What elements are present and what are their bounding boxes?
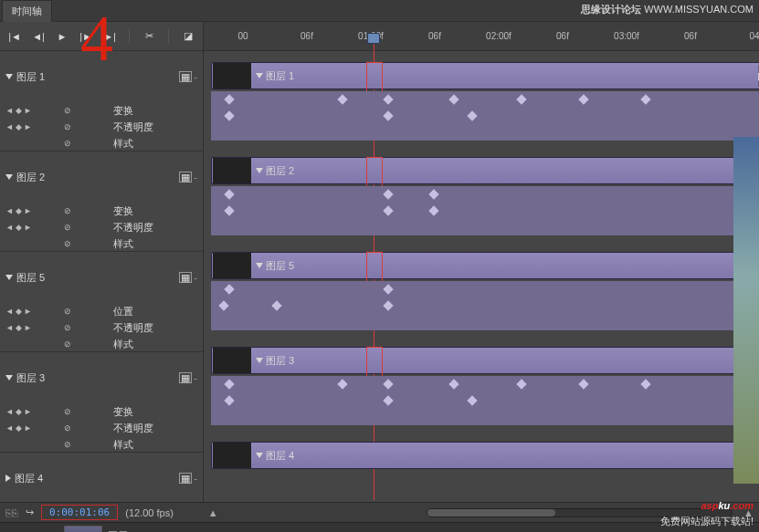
keyframe-diamond-icon[interactable]: ◆ [16, 407, 22, 416]
stopwatch-icon[interactable]: ⊘ [64, 307, 71, 316]
filmstrip-icon[interactable]: ▦ [179, 272, 192, 283]
loop-icon[interactable]: ⎘⎘ [5, 507, 18, 518]
clip[interactable]: 图层 5▷ [211, 252, 759, 279]
keyframe-diamond[interactable] [224, 284, 234, 294]
disclosure-icon[interactable] [5, 74, 13, 79]
keyframe-row[interactable] [211, 392, 759, 409]
goto-end-icon[interactable]: ►| [100, 29, 119, 44]
stopwatch-icon[interactable]: ⊘ [64, 206, 71, 215]
next-key-icon[interactable]: ► [24, 407, 32, 416]
menu-dash-icon[interactable]: - [194, 272, 197, 283]
keyframe-diamond-icon[interactable]: ◆ [16, 106, 22, 115]
prev-key-icon[interactable]: ◄ [5, 206, 14, 215]
playhead[interactable] [374, 33, 386, 44]
keyframe-row[interactable] [211, 376, 759, 392]
keyframe-diamond[interactable] [383, 110, 393, 120]
property-row[interactable]: ◄ ◆ ►⊘变换 [0, 203, 203, 219]
keyframe-diamond[interactable] [383, 94, 393, 104]
keyframe-diamond[interactable] [224, 94, 234, 104]
property-row[interactable]: ◄ ◆ ►⊘不透明度 [0, 319, 203, 336]
next-key-icon[interactable]: ► [24, 122, 32, 131]
keyframe-row[interactable] [211, 108, 759, 124]
keyframe-diamond-icon[interactable]: ◆ [16, 223, 22, 232]
keyframe-diamond[interactable] [337, 379, 347, 389]
property-row[interactable]: ⊘样式 [0, 336, 203, 352]
prev-key-icon[interactable]: ◄ [5, 423, 14, 433]
layer-header[interactable]: 图层 1▦- [0, 51, 203, 102]
next-key-icon[interactable]: ► [24, 223, 32, 232]
disclosure-icon[interactable] [5, 174, 13, 180]
clip[interactable]: 图层 4▷ [211, 442, 759, 469]
keyframe-row[interactable] [211, 219, 759, 235]
stopwatch-icon[interactable]: ⊘ [64, 339, 71, 349]
goto-start-icon[interactable]: |◄ [5, 29, 24, 44]
stopwatch-icon[interactable]: ⊘ [64, 423, 71, 433]
keyframe-diamond[interactable] [337, 94, 347, 104]
keyframe-diamond[interactable] [640, 94, 650, 104]
filmstrip-icon[interactable]: ▦ [179, 372, 192, 383]
layer-header[interactable]: 图层 5▦- [0, 252, 203, 303]
next-key-icon[interactable]: ► [24, 323, 32, 332]
keyframe-diamond[interactable] [224, 189, 234, 199]
property-row[interactable]: ◄ ◆ ►⊘变换 [0, 102, 203, 119]
keyframe-diamond[interactable] [578, 379, 588, 389]
keyframe-row[interactable] [211, 297, 759, 314]
time-ruler[interactable]: 0006f01:00f06f02:00f06f03:00f06f04 [204, 22, 759, 51]
property-row[interactable]: ⊘样式 [0, 436, 203, 453]
property-row[interactable]: ◄ ◆ ►⊘不透明度 [0, 420, 203, 436]
menu-dash-icon[interactable]: - [194, 473, 197, 484]
property-row[interactable]: ◄ ◆ ►⊘位置 [0, 303, 203, 319]
keyframe-diamond[interactable] [428, 189, 438, 199]
keyframe-diamond[interactable] [383, 205, 393, 215]
stopwatch-icon[interactable]: ⊘ [64, 122, 71, 131]
layer-header[interactable]: 图层 2▦- [0, 151, 203, 203]
keyframe-diamond-icon[interactable]: ◆ [16, 307, 22, 316]
property-row[interactable]: ⊘样式 [0, 235, 203, 252]
keyframe-diamond[interactable] [383, 379, 393, 389]
next-key-icon[interactable]: ► [24, 106, 32, 115]
keyframe-diamond[interactable] [383, 284, 393, 294]
transition-icon[interactable]: ◪ [179, 29, 197, 44]
filmstrip-icon[interactable]: ▦ [179, 71, 192, 82]
property-row[interactable]: ◄ ◆ ►⊘不透明度 [0, 119, 203, 135]
clip[interactable]: 图层 1▷ [211, 62, 759, 89]
next-key-icon[interactable]: ► [24, 206, 32, 215]
keyframe-row[interactable] [211, 203, 759, 219]
disclosure-icon[interactable] [5, 375, 13, 381]
menu-dash-icon[interactable]: - [194, 71, 197, 82]
keyframe-diamond[interactable] [224, 379, 234, 389]
prev-key-icon[interactable]: ◄ [5, 106, 14, 115]
menu-dash-icon[interactable]: - [194, 372, 197, 383]
keyframe-row[interactable] [211, 409, 759, 425]
keyframe-row[interactable] [211, 281, 759, 297]
keyframe-row[interactable] [211, 314, 759, 330]
keyframe-diamond[interactable] [271, 300, 281, 310]
keyframe-diamond[interactable] [516, 379, 526, 389]
keyframe-diamond[interactable] [383, 300, 393, 310]
property-row[interactable]: ⊘样式 [0, 135, 203, 151]
next-frame-icon[interactable]: |► [77, 29, 95, 44]
keyframe-diamond[interactable] [516, 94, 526, 104]
keyframe-diamond[interactable] [640, 379, 650, 389]
menu-dash-icon[interactable]: - [194, 172, 197, 183]
stopwatch-icon[interactable]: ⊘ [64, 223, 71, 232]
stopwatch-icon[interactable]: ⊘ [64, 106, 71, 115]
disclosure-icon[interactable] [256, 453, 263, 458]
keyframe-diamond-icon[interactable]: ◆ [16, 323, 22, 332]
clip[interactable]: 图层 3▷ [211, 347, 759, 374]
prev-key-icon[interactable]: ◄ [5, 122, 14, 131]
redo-icon[interactable]: ↪ [26, 506, 34, 518]
stopwatch-icon[interactable]: ⊘ [64, 440, 71, 449]
disclosure-icon[interactable] [256, 168, 263, 173]
keyframe-diamond[interactable] [448, 379, 459, 389]
keyframe-diamond[interactable] [224, 395, 234, 405]
keyframe-row[interactable] [211, 124, 759, 141]
keyframe-diamond[interactable] [224, 110, 234, 120]
play-icon[interactable]: ► [53, 29, 71, 44]
layer-header[interactable]: 图层 4▦- [0, 453, 203, 502]
prev-key-icon[interactable]: ◄ [5, 307, 14, 316]
property-row[interactable]: ◄ ◆ ►⊘变换 [0, 403, 203, 420]
disclosure-icon[interactable] [256, 263, 263, 268]
keyframe-diamond[interactable] [467, 395, 477, 405]
keyframe-row[interactable] [211, 91, 759, 108]
